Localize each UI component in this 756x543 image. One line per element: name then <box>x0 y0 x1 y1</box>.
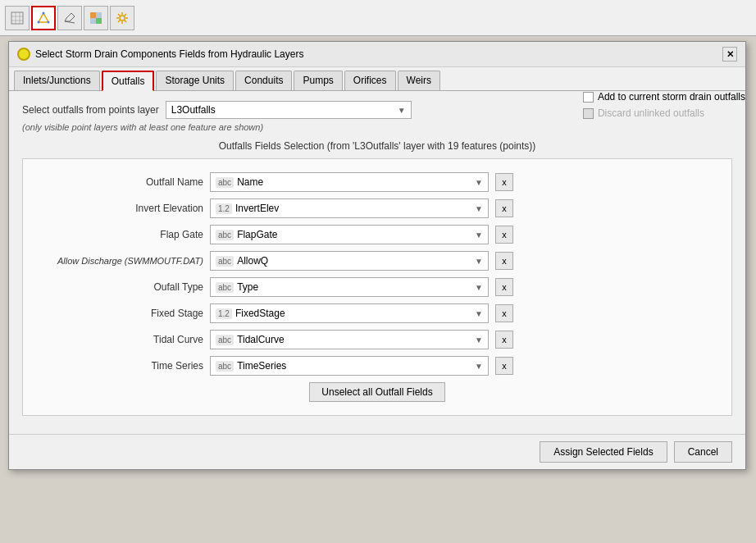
field-row-outfall-name: Outfall Name abc Name ▼ x <box>39 172 715 192</box>
toolbar-raster-button[interactable] <box>84 6 108 30</box>
field-dropdown-time-series[interactable]: abc TimeSeries ▼ <box>210 356 489 376</box>
field-value-text-3: AllowQ <box>237 255 268 267</box>
type-badge-6: abc <box>216 335 234 345</box>
field-row-fixed-stage: Fixed Stage 1.2 FixedStage ▼ x <box>39 303 715 323</box>
field-label-flap-gate: Flap Gate <box>39 229 203 240</box>
field-dropdown-invert-elevation[interactable]: 1.2 InvertElev ▼ <box>210 198 489 218</box>
field-label-allow-discharge: Allow Discharge (SWMMOUTF.DAT) <box>39 256 203 266</box>
field-dropdown-arrow-4: ▼ <box>475 283 483 292</box>
field-clear-button-6[interactable]: x <box>495 331 513 349</box>
svg-point-9 <box>120 16 125 21</box>
checkbox-add-current-box[interactable] <box>583 92 594 103</box>
field-row-tidal-curve: Tidal Curve abc TidalCurve ▼ x <box>39 330 715 349</box>
field-value-text-2: FlapGate <box>237 229 277 240</box>
dialog-title-area: Select Storm Drain Components Fields fro… <box>17 48 303 61</box>
field-dropdown-arrow-3: ▼ <box>475 257 483 266</box>
field-dropdown-arrow-7: ▼ <box>475 362 483 371</box>
field-row-allow-discharge: Allow Discharge (SWMMOUTF.DAT) abc Allow… <box>39 251 715 271</box>
type-badge-1: 1.2 <box>216 203 232 214</box>
toolbar <box>0 0 756 36</box>
tab-orifices[interactable]: Orifices <box>344 71 396 90</box>
svg-rect-0 <box>11 12 23 24</box>
field-clear-button-3[interactable]: x <box>495 252 513 270</box>
checkbox-discard-unlinked: Discard unlinked outfalls <box>583 107 745 119</box>
field-label-outfall-name: Outfall Name <box>39 176 203 188</box>
field-clear-button-7[interactable]: x <box>495 357 513 375</box>
tab-outfalls[interactable]: Outfalls <box>102 71 155 91</box>
field-value-tidal-curve: abc TidalCurve <box>216 334 285 345</box>
assign-selected-fields-button[interactable]: Assign Selected Fields <box>540 441 667 463</box>
toolbar-map-button[interactable] <box>5 6 30 30</box>
field-label-time-series: Time Series <box>39 360 203 372</box>
field-value-outfall-type: abc Type <box>216 281 258 293</box>
qgis-logo-icon <box>17 48 30 61</box>
dialog-content: Select outfalls from points layer L3Outf… <box>9 91 745 434</box>
type-badge-4: abc <box>216 282 234 293</box>
svg-marker-1 <box>39 13 48 22</box>
field-clear-button-0[interactable]: x <box>495 173 513 191</box>
type-badge-0: abc <box>216 177 234 188</box>
field-value-text-1: InvertElev <box>235 203 279 214</box>
field-label-tidal-curve: Tidal Curve <box>39 334 203 345</box>
checkbox-add-current-label: Add to current storm drain outfalls <box>598 91 745 103</box>
svg-point-4 <box>38 21 40 23</box>
svg-rect-8 <box>96 18 102 24</box>
dialog-title-text: Select Storm Drain Components Fields fro… <box>35 48 303 60</box>
unselect-all-button[interactable]: Unselect all Outfall Fields <box>309 382 444 402</box>
svg-point-3 <box>48 21 50 23</box>
field-label-invert-elevation: Invert Elevation <box>39 203 203 214</box>
field-row-outfall-type: Oufall Type abc Type ▼ x <box>39 277 715 297</box>
hint-text: (only visible point layers with at least… <box>22 122 732 132</box>
field-row-flap-gate: Flap Gate abc FlapGate ▼ x <box>39 225 715 244</box>
field-clear-button-1[interactable]: x <box>495 199 513 217</box>
field-dropdown-flap-gate[interactable]: abc FlapGate ▼ <box>210 225 489 244</box>
field-label-outfall-type: Oufall Type <box>39 281 203 293</box>
type-badge-7: abc <box>216 361 234 372</box>
tab-bar: Inlets/Junctions Outfalls Storage Units … <box>9 67 745 91</box>
field-dropdown-arrow-1: ▼ <box>475 204 483 213</box>
cancel-button[interactable]: Cancel <box>674 441 732 463</box>
checkbox-discard-unlinked-box <box>583 108 594 119</box>
field-dropdown-fixed-stage[interactable]: 1.2 FixedStage ▼ <box>210 303 489 323</box>
section-title: Outfalls Fields Selection (from 'L3Outfa… <box>22 140 732 152</box>
field-clear-button-2[interactable]: x <box>495 226 513 244</box>
toolbar-edit-button[interactable] <box>57 6 82 30</box>
fields-panel: Outfall Name abc Name ▼ x Invert Elevati… <box>22 158 732 416</box>
field-value-allow-discharge: abc AllowQ <box>216 255 268 267</box>
toolbar-settings-button[interactable] <box>110 6 134 30</box>
field-row-time-series: Time Series abc TimeSeries ▼ x <box>39 356 715 376</box>
field-value-invert-elevation: 1.2 InvertElev <box>216 203 279 214</box>
field-row-invert-elevation: Invert Elevation 1.2 InvertElev ▼ x <box>39 198 715 218</box>
field-dropdown-allow-discharge[interactable]: abc AllowQ ▼ <box>210 251 489 271</box>
dialog-titlebar: Select Storm Drain Components Fields fro… <box>9 42 745 67</box>
layer-dropdown-value: L3Outfalls <box>171 104 216 116</box>
field-value-text-5: FixedStage <box>235 308 285 319</box>
field-dropdown-outfall-name[interactable]: abc Name ▼ <box>210 172 489 192</box>
tab-pumps[interactable]: Pumps <box>294 71 342 90</box>
field-value-time-series: abc TimeSeries <box>216 360 286 372</box>
dialog-footer: Assign Selected Fields Cancel <box>9 434 745 469</box>
field-value-text-4: Type <box>237 281 258 293</box>
type-badge-3: abc <box>216 256 234 267</box>
field-clear-button-5[interactable]: x <box>495 304 513 322</box>
layer-dropdown[interactable]: L3Outfalls ▼ <box>166 101 412 119</box>
dialog: Select Storm Drain Components Fields fro… <box>8 41 746 470</box>
field-value-fixed-stage: 1.2 FixedStage <box>216 308 285 319</box>
tab-weirs[interactable]: Weirs <box>398 71 440 90</box>
checkbox-add-current[interactable]: Add to current storm drain outfalls <box>583 91 745 103</box>
tab-inlets-junctions[interactable]: Inlets/Junctions <box>14 71 100 90</box>
field-dropdown-outfall-type[interactable]: abc Type ▼ <box>210 277 489 297</box>
tab-conduits[interactable]: Conduits <box>235 71 292 90</box>
tab-storage-units[interactable]: Storage Units <box>156 71 234 90</box>
svg-point-2 <box>43 11 45 14</box>
field-dropdown-arrow-6: ▼ <box>475 335 483 345</box>
layer-select-label: Select outfalls from points layer <box>22 104 159 116</box>
field-value-text-6: TidalCurve <box>237 334 285 345</box>
field-dropdown-tidal-curve[interactable]: abc TidalCurve ▼ <box>210 330 489 349</box>
type-badge-2: abc <box>216 230 234 240</box>
checkboxes-panel: Add to current storm drain outfalls Disc… <box>583 91 745 119</box>
toolbar-vector-button[interactable] <box>31 6 56 30</box>
dialog-close-button[interactable]: ✕ <box>722 47 737 62</box>
field-clear-button-4[interactable]: x <box>495 278 513 296</box>
field-dropdown-arrow-0: ▼ <box>475 178 483 187</box>
